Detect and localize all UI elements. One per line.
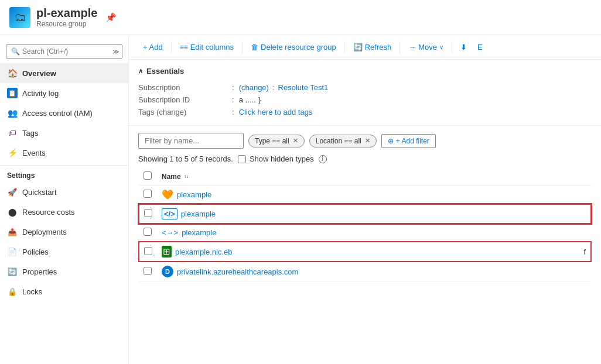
show-hidden-checkbox[interactable] — [238, 155, 246, 163]
records-info-row: Showing 1 to 5 of 5 records. Show hidden… — [138, 154, 592, 163]
table-row-highlighted-2: ⊞ plexample.nic.eb f — [139, 242, 591, 262]
select-all-checkbox[interactable] — [144, 171, 152, 180]
toolbar-separator-1 — [171, 42, 172, 53]
show-hidden-label[interactable]: Show hidden types — [238, 154, 314, 163]
sidebar-item-overview[interactable]: 🏠 Overview — [0, 63, 128, 83]
records-count-text: Showing 1 to 5 of 5 records. — [138, 154, 233, 163]
subscription-change-link[interactable]: (change) — [239, 83, 269, 92]
toolbar-separator-4 — [399, 42, 400, 53]
row4-checkbox-cell — [139, 242, 157, 262]
filter-row: Type == all ✕ Location == all ✕ ⊕ + Add … — [138, 133, 592, 149]
row3-resource-link[interactable]: <→> plexample — [162, 228, 586, 237]
sidebar-item-deployments[interactable]: 📤 Deployments — [0, 222, 128, 242]
properties-icon: 🔄 — [7, 266, 18, 277]
resource-group-icon: 🗂 — [9, 7, 30, 28]
type-filter-label: Type == all — [255, 137, 289, 145]
tags-icon: 🏷 — [7, 128, 18, 138]
quickstart-icon: 🚀 — [7, 187, 18, 197]
subscription-id-end: } — [258, 95, 261, 104]
delete-button[interactable]: 🗑 Delete resource group — [246, 40, 341, 54]
sidebar-item-locks[interactable]: 🔒 Locks — [0, 281, 128, 301]
row3-resource-icon: <→> — [162, 228, 178, 237]
filter-by-name-input[interactable] — [138, 133, 244, 149]
essentials-header: ∧ Essentials — [138, 67, 592, 75]
add-button[interactable]: + Add — [138, 40, 168, 54]
show-hidden-info-icon[interactable]: i — [319, 155, 327, 163]
pin-icon[interactable]: 📌 — [105, 12, 117, 23]
toolbar-separator-5 — [452, 42, 452, 53]
refresh-icon: 🔄 — [353, 43, 363, 51]
move-chevron-icon: ∨ — [439, 44, 443, 50]
row1-resource-link[interactable]: 🧡 plexample — [162, 189, 586, 200]
add-filter-icon: ⊕ — [388, 137, 394, 145]
sidebar: 🔍 ≫ 🏠 Overview 📋 Activity log 👥 Access c… — [0, 35, 129, 364]
sidebar-item-resource-costs[interactable]: ⬤ Resource costs — [0, 202, 128, 222]
tags-link[interactable]: Click here to add tags — [239, 108, 313, 116]
row5-checkbox[interactable] — [144, 267, 152, 275]
sidebar-item-iam[interactable]: 👥 Access control (IAM) — [0, 103, 128, 123]
table-row: 🧡 plexample — [139, 186, 591, 205]
edit-columns-button[interactable]: ≡≡ Edit columns — [175, 40, 238, 54]
refresh-button[interactable]: 🔄 Refresh — [349, 40, 397, 54]
essentials-title: Essentials — [146, 67, 184, 75]
row3-checkbox[interactable] — [144, 228, 152, 236]
row2-name-cell: </> plexample — [157, 204, 591, 224]
subscription-value-link[interactable]: Resolute Test1 — [278, 83, 329, 92]
row4-checkbox[interactable] — [144, 247, 152, 255]
deployments-icon: 📤 — [7, 226, 18, 237]
table-row: <→> plexample — [139, 224, 591, 242]
show-hidden-text: Show hidden types — [250, 154, 314, 163]
sidebar-item-label-activity: Activity log — [22, 89, 59, 98]
sidebar-item-activity-log[interactable]: 📋 Activity log — [0, 83, 128, 103]
resource-table: Name ↑↓ 🧡 plexample — [138, 168, 592, 281]
row1-resource-icon: 🧡 — [162, 189, 173, 200]
subscription-id-colon: : — [232, 95, 234, 104]
row2-checkbox[interactable] — [144, 209, 152, 217]
row1-checkbox[interactable] — [144, 190, 152, 198]
type-filter-close-icon[interactable]: ✕ — [293, 137, 298, 145]
location-filter-tag[interactable]: Location == all ✕ — [309, 135, 377, 147]
sidebar-item-tags[interactable]: 🏷 Tags — [0, 123, 128, 143]
sidebar-item-quickstart[interactable]: 🚀 Quickstart — [0, 182, 128, 202]
row5-resource-link[interactable]: D privatelink.azurehealthcareapis.com — [162, 266, 586, 277]
table-row: D privatelink.azurehealthcareapis.com — [139, 262, 591, 281]
sidebar-item-label-resource-costs: Resource costs — [22, 208, 75, 217]
move-button[interactable]: → Move ∨ — [404, 40, 448, 54]
top-header: 🗂 pl-example Resource group 📌 — [0, 0, 601, 35]
move-label: Move — [418, 43, 437, 51]
collapse-icon[interactable]: ≫ — [112, 48, 119, 56]
col-checkbox — [139, 168, 157, 186]
download-button[interactable]: ⬇ — [456, 40, 472, 54]
download-icon: ⬇ — [460, 43, 467, 51]
tags-label: Tags (change) — [138, 108, 232, 116]
resources-section: Type == all ✕ Location == all ✕ ⊕ + Add … — [129, 126, 601, 364]
essentials-chevron-icon[interactable]: ∧ — [138, 67, 143, 75]
subscription-id-row: Subscription ID : a ..... } — [138, 94, 592, 106]
sidebar-item-label-locks: Locks — [22, 287, 42, 296]
delete-label: Delete resource group — [261, 43, 336, 51]
table-header-row: Name ↑↓ — [139, 168, 591, 186]
add-filter-button[interactable]: ⊕ + Add filter — [381, 134, 436, 148]
sidebar-item-label-events: Events — [22, 149, 46, 157]
policies-icon: 📄 — [7, 246, 18, 257]
row2-resource-icon: </> — [162, 208, 177, 219]
subscription-id-label: Subscription ID — [138, 95, 232, 104]
locks-icon: 🔒 — [7, 286, 18, 297]
search-input[interactable] — [22, 47, 110, 56]
subscription-id-value: a — [239, 95, 243, 104]
type-filter-tag[interactable]: Type == all ✕ — [248, 135, 305, 147]
row4-name-cell: ⊞ plexample.nic.eb f — [157, 242, 590, 261]
content-area: + Add ≡≡ Edit columns 🗑 Delete resource … — [129, 35, 601, 364]
sidebar-item-label-quickstart: Quickstart — [22, 188, 57, 197]
sidebar-item-policies[interactable]: 📄 Policies — [0, 242, 128, 262]
search-container[interactable]: 🔍 ≫ — [6, 44, 122, 59]
col-name[interactable]: Name ↑↓ — [157, 168, 591, 186]
row2-resource-link[interactable]: </> plexample — [162, 208, 586, 219]
sidebar-item-events[interactable]: ⚡ Events — [0, 143, 128, 163]
sidebar-item-properties[interactable]: 🔄 Properties — [0, 262, 128, 281]
location-filter-close-icon[interactable]: ✕ — [365, 137, 370, 145]
row4-resource-link[interactable]: ⊞ plexample.nic.eb — [162, 246, 233, 257]
location-filter-label: Location == all — [316, 137, 361, 145]
export-button[interactable]: E — [473, 40, 487, 54]
refresh-label: Refresh — [365, 43, 392, 51]
